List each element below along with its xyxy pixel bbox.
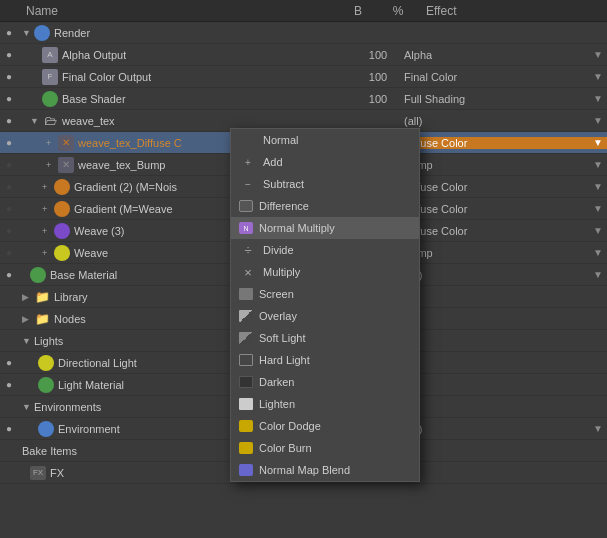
menu-item-soft-light[interactable]: Soft Light bbox=[231, 327, 419, 349]
eye-icon[interactable]: ● bbox=[0, 286, 18, 308]
eye-icon[interactable]: ● bbox=[0, 220, 18, 242]
expand-arrow[interactable]: ▶ bbox=[22, 314, 34, 324]
dropdown-arrow[interactable]: ▼ bbox=[593, 115, 603, 126]
div-icon: ÷ bbox=[239, 242, 257, 258]
menu-item-divide[interactable]: ÷ Divide bbox=[231, 239, 419, 261]
dropdown-arrow[interactable]: ▼ bbox=[593, 269, 603, 280]
eye-icon[interactable]: ● bbox=[0, 154, 18, 176]
eye-icon[interactable]: ● bbox=[0, 330, 18, 352]
eye-icon[interactable]: ● bbox=[0, 88, 18, 110]
eye-icon[interactable]: ● bbox=[0, 352, 18, 374]
eye-icon[interactable]: ● bbox=[0, 396, 18, 418]
eye-icon[interactable]: ● bbox=[0, 264, 18, 286]
eye-icon[interactable]: ● bbox=[0, 44, 18, 66]
eye-icon[interactable]: ● bbox=[0, 22, 18, 44]
menu-item-difference[interactable]: Difference bbox=[231, 195, 419, 217]
dropdown-arrow[interactable]: ▼ bbox=[593, 93, 603, 104]
cell-pct: 100 bbox=[358, 93, 398, 105]
diff-icon bbox=[239, 200, 253, 212]
eye-icon[interactable]: ● bbox=[0, 66, 18, 88]
node-label: Weave (3) bbox=[74, 225, 125, 237]
expand-arrow[interactable]: + bbox=[46, 138, 58, 148]
tree-row[interactable]: ● A Alpha Output 100 Alpha▼ bbox=[0, 44, 607, 66]
node-label: weave_tex bbox=[62, 115, 115, 127]
expand-arrow[interactable]: + bbox=[42, 226, 54, 236]
eye-icon[interactable]: ● bbox=[0, 110, 18, 132]
header-pct: % bbox=[378, 4, 418, 18]
eye-icon[interactable]: ● bbox=[0, 176, 18, 198]
menu-item-normal-map-blend[interactable]: Normal Map Blend bbox=[231, 459, 419, 481]
menu-item-lighten[interactable]: Lighten bbox=[231, 393, 419, 415]
dropdown-arrow[interactable]: ▼ bbox=[593, 423, 603, 434]
node-label: weave_tex_Diffuse C bbox=[78, 137, 182, 149]
eye-icon[interactable]: ● bbox=[0, 198, 18, 220]
expand-arrow[interactable]: ▼ bbox=[30, 116, 42, 126]
header-name: Name bbox=[18, 4, 338, 18]
node-icon-texture: F bbox=[42, 69, 58, 85]
eye-icon[interactable]: ● bbox=[0, 418, 18, 440]
overlay-icon bbox=[239, 310, 253, 322]
menu-label: Hard Light bbox=[259, 354, 310, 366]
dropdown-arrow[interactable]: ▼ bbox=[593, 71, 603, 82]
node-icon-green bbox=[38, 377, 54, 393]
expand-arrow[interactable]: + bbox=[42, 182, 54, 192]
tree-row[interactable]: ● F Final Color Output 100 Final Color▼ bbox=[0, 66, 607, 88]
cell-effect: Alpha▼ bbox=[398, 49, 607, 61]
node-label: Environments bbox=[34, 401, 101, 413]
eye-icon[interactable]: ● bbox=[0, 440, 18, 462]
menu-item-subtract[interactable]: − Subtract bbox=[231, 173, 419, 195]
menu-item-normal[interactable]: Normal bbox=[231, 129, 419, 151]
tree-row[interactable]: ● ▼ Render bbox=[0, 22, 607, 44]
dropdown-arrow[interactable]: ▼ bbox=[593, 181, 603, 192]
node-icon-green bbox=[30, 267, 46, 283]
expand-arrow[interactable]: + bbox=[46, 160, 58, 170]
menu-item-hard-light[interactable]: Hard Light bbox=[231, 349, 419, 371]
node-icon-fx: FX bbox=[30, 466, 46, 480]
main-panel: Name B % Effect ● ▼ Render ● A Alpha Out… bbox=[0, 0, 607, 538]
menu-label: Subtract bbox=[263, 178, 304, 190]
menu-item-darken[interactable]: Darken bbox=[231, 371, 419, 393]
menu-item-color-dodge[interactable]: Color Dodge bbox=[231, 415, 419, 437]
menu-label: Normal Map Blend bbox=[259, 464, 350, 476]
expand-arrow[interactable]: + bbox=[42, 204, 54, 214]
lighten-icon bbox=[239, 398, 253, 410]
nm-icon: N bbox=[239, 222, 253, 234]
expand-arrow[interactable]: ▼ bbox=[22, 336, 34, 346]
dropdown-arrow[interactable]: ▼ bbox=[593, 137, 603, 148]
node-icon-orange bbox=[54, 201, 70, 217]
node-label: Directional Light bbox=[58, 357, 137, 369]
tree-row[interactable]: ● Base Shader 100 Full Shading▼ bbox=[0, 88, 607, 110]
menu-label: Darken bbox=[259, 376, 294, 388]
cell-effect: Diffuse Color▼ bbox=[398, 181, 607, 193]
eye-icon[interactable]: ● bbox=[0, 132, 18, 154]
cell-effect: (all)▼ bbox=[398, 115, 607, 127]
cell-effect: Bump▼ bbox=[398, 159, 607, 171]
menu-item-screen[interactable]: Screen bbox=[231, 283, 419, 305]
dropdown-arrow[interactable]: ▼ bbox=[593, 225, 603, 236]
eye-icon[interactable]: ● bbox=[0, 308, 18, 330]
eye-icon[interactable]: ● bbox=[0, 462, 18, 484]
eye-icon[interactable]: ● bbox=[0, 374, 18, 396]
cell-pct: 100 bbox=[358, 49, 398, 61]
menu-item-overlay[interactable]: Overlay bbox=[231, 305, 419, 327]
menu-label: Soft Light bbox=[259, 332, 305, 344]
eye-icon[interactable]: ● bbox=[0, 242, 18, 264]
expand-arrow[interactable]: ▶ bbox=[22, 292, 34, 302]
dropdown-arrow[interactable]: ▼ bbox=[593, 247, 603, 258]
cell-effect: Diffuse Color▼ bbox=[398, 137, 607, 149]
node-label: Final Color Output bbox=[62, 71, 151, 83]
dropdown-arrow[interactable]: ▼ bbox=[593, 49, 603, 60]
expand-arrow[interactable]: ▼ bbox=[22, 402, 34, 412]
menu-item-multiply[interactable]: × Multiply bbox=[231, 261, 419, 283]
node-label: Gradient (M=Weave bbox=[74, 203, 173, 215]
menu-label: Normal bbox=[263, 134, 298, 146]
dropdown-arrow[interactable]: ▼ bbox=[593, 159, 603, 170]
menu-item-add[interactable]: + Add bbox=[231, 151, 419, 173]
dropdown-arrow[interactable]: ▼ bbox=[593, 203, 603, 214]
screen-icon bbox=[239, 288, 253, 300]
soft-light-icon bbox=[239, 332, 253, 344]
menu-item-normal-multiply[interactable]: N Normal Multiply bbox=[231, 217, 419, 239]
menu-item-color-burn[interactable]: Color Burn bbox=[231, 437, 419, 459]
expand-arrow[interactable]: ▼ bbox=[22, 28, 34, 38]
expand-arrow[interactable]: + bbox=[42, 248, 54, 258]
